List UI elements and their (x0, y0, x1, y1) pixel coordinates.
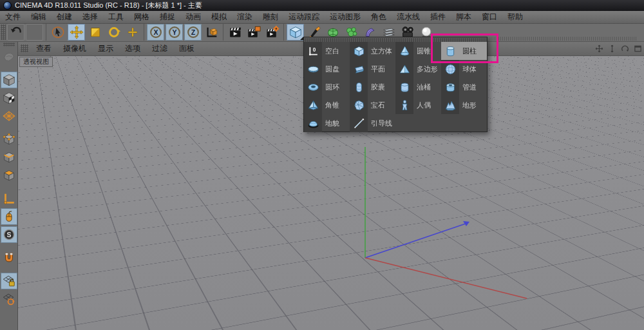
primitive-item-sphere[interactable]: 球体 (441, 60, 487, 78)
redo-button[interactable] (26, 24, 43, 41)
add-primitive-button[interactable] (287, 24, 304, 41)
edges-mode-button[interactable] (1, 149, 17, 166)
cone-icon (395, 42, 413, 60)
primitive-item-null[interactable]: 0空白 (304, 42, 350, 60)
model-mode-button[interactable] (1, 72, 17, 88)
primitive-item-cylinder[interactable]: 圆柱 (441, 42, 487, 60)
menu-edit[interactable]: 编辑 (26, 12, 52, 23)
viewport-solo-button[interactable] (1, 208, 17, 225)
menu-character[interactable]: 角色 (366, 12, 392, 23)
primitive-item-capsule[interactable]: 胶囊 (350, 78, 395, 96)
coordinate-system-button[interactable] (203, 24, 220, 41)
primitive-item-platonic[interactable]: 宝石 (350, 96, 395, 114)
primitive-item-plane[interactable]: 平面 (350, 60, 395, 78)
maximize-view-icon[interactable] (634, 44, 642, 53)
menu-create[interactable]: 创建 (52, 12, 77, 23)
window-title: CINEMA 4D R18.011 Studio (RC - R18) - [未… (15, 1, 202, 10)
render-settings-button[interactable] (263, 24, 281, 41)
capsule-icon (350, 78, 368, 96)
undo-button[interactable] (7, 24, 24, 41)
viewport-menu-display[interactable]: 显示 (92, 43, 119, 54)
menu-plugins[interactable]: 插件 (425, 12, 451, 23)
enable-axis-button[interactable] (1, 190, 17, 207)
texture-mode-button[interactable] (1, 90, 17, 106)
menu-pipeline[interactable]: 流水线 (392, 12, 425, 23)
landscape-icon (441, 96, 459, 114)
primitive-item-torus[interactable]: 圆环 (304, 78, 350, 96)
primitive-item-oil-tank[interactable]: 油桶 (395, 78, 441, 96)
menu-script[interactable]: 脚本 (451, 12, 477, 23)
menu-sculpt[interactable]: 雕刻 (258, 12, 283, 23)
toolbar-separator (44, 24, 48, 41)
guide-icon (350, 114, 368, 132)
last-tool-button[interactable] (124, 24, 141, 41)
menu-tools[interactable]: 工具 (103, 12, 129, 23)
primitive-label: 引导线 (368, 119, 395, 128)
lock-z-axis-button[interactable]: Z (184, 24, 202, 41)
primitive-item-pyramid[interactable]: 角锥 (304, 96, 350, 114)
primitive-label: 人偶 (413, 101, 441, 110)
primitive-item-guide[interactable]: 引导线 (350, 114, 395, 132)
pan-view-icon[interactable] (595, 44, 603, 53)
primitive-label: 平面 (368, 64, 395, 74)
primitive-item-landscape[interactable]: 地形 (441, 96, 487, 114)
primitive-label: 油桶 (413, 82, 441, 92)
primitives-dropdown-menu: 0空白圆盘圆环角锥地貌立方体平面胶囊宝石引导线圆锥多边形油桶人偶圆柱球体管道地形 (303, 37, 488, 132)
primitive-label: 圆柱 (459, 46, 487, 56)
primitive-item-tube[interactable]: 管道 (441, 78, 487, 96)
sphere-icon (441, 60, 459, 78)
render-picture-viewer-button[interactable] (245, 24, 262, 41)
render-view-button[interactable] (226, 24, 243, 41)
magnet-snap-button[interactable] (1, 249, 17, 266)
viewport-menu: 查看摄像机显示选项过滤面板 (30, 43, 200, 54)
lock-workplane-button[interactable] (1, 273, 17, 289)
menu-file[interactable]: 文件 (0, 12, 26, 23)
svg-text:0: 0 (312, 46, 316, 52)
primitive-label: 圆锥 (413, 46, 441, 56)
viewport-menu-cameras[interactable]: 摄像机 (57, 43, 92, 54)
primitive-item-cone[interactable]: 圆锥 (395, 42, 441, 60)
viewport-menu-options[interactable]: 选项 (119, 43, 146, 54)
primitive-item-polygon[interactable]: 多边形 (395, 60, 441, 78)
snap-s-button[interactable]: S (1, 226, 17, 243)
rotate-tool-button[interactable] (105, 24, 122, 41)
menu-simulate[interactable]: 模拟 (206, 12, 232, 23)
rotate-workplane-button[interactable] (1, 291, 17, 307)
lock-y-axis-button[interactable]: Y (166, 24, 183, 41)
primitive-label: 球体 (459, 64, 487, 74)
lock-x-axis-button[interactable]: X (147, 24, 164, 41)
primitive-label: 管道 (459, 82, 487, 92)
figure-icon (395, 96, 413, 114)
menu-animate[interactable]: 动画 (180, 12, 206, 23)
viewport-menu-filter[interactable]: 过滤 (146, 43, 173, 54)
live-selection-button[interactable] (49, 24, 66, 41)
primitive-item-figure[interactable]: 人偶 (395, 96, 441, 114)
disc-icon (304, 60, 322, 78)
polygons-mode-button[interactable] (1, 167, 17, 184)
scale-tool-button[interactable] (86, 24, 104, 41)
svg-text:S: S (6, 231, 11, 238)
view-label: 透视视图 (19, 57, 53, 67)
viewport-nav-icons (595, 44, 644, 53)
menu-select[interactable]: 选择 (77, 12, 103, 23)
svg-text:X: X (153, 28, 158, 36)
menu-window[interactable]: 窗口 (477, 12, 502, 23)
menu-motion-tracker[interactable]: 运动跟踪 (283, 12, 325, 23)
menu-help[interactable]: 帮助 (502, 12, 528, 23)
viewport-menu-panel[interactable]: 面板 (173, 43, 200, 54)
menu-mograph[interactable]: 运动图形 (325, 12, 366, 23)
primitive-item-cube[interactable]: 立方体 (350, 42, 395, 60)
menu-mesh[interactable]: 网格 (129, 12, 155, 23)
rotate-view-icon[interactable] (621, 44, 629, 53)
viewport-menu-view[interactable]: 查看 (30, 43, 57, 54)
points-mode-button[interactable] (1, 131, 17, 148)
move-tool-button[interactable] (68, 24, 85, 41)
primitive-item-relief[interactable]: 地貌 (304, 114, 350, 132)
polygon-icon (395, 60, 413, 78)
menu-render[interactable]: 渲染 (232, 12, 258, 23)
workplane-mode-button[interactable] (1, 108, 17, 124)
menu-snap[interactable]: 捕捉 (155, 12, 180, 23)
zoom-view-icon[interactable] (608, 44, 616, 53)
primitive-item-disc[interactable]: 圆盘 (304, 60, 350, 78)
menu-tearoff-grip[interactable] (304, 37, 487, 42)
